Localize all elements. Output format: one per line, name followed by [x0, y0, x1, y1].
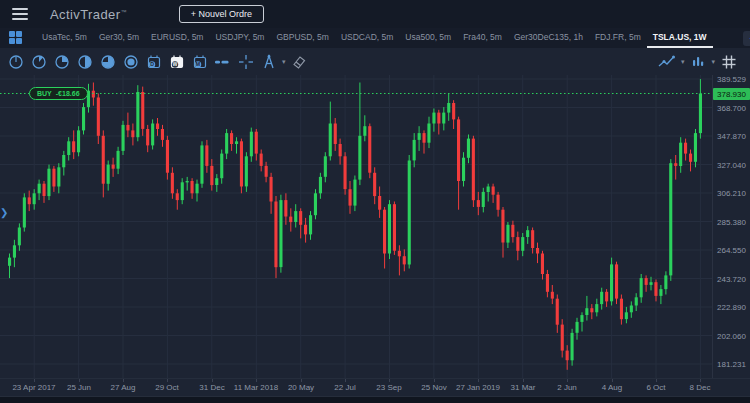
header: ActivTrader™ + Nouvel Ordre [0, 0, 750, 28]
crosshair-icon[interactable] [234, 51, 257, 73]
tf-day-calendar-icon[interactable]: D [142, 51, 165, 73]
price-axis-label: 181.231 [717, 360, 746, 369]
price-axis-label: 222.890 [717, 303, 746, 312]
buy-position-pnl: -€18.66 [56, 90, 80, 97]
activtrader-app: ActivTrader™ + Nouvel Ordre UsaTec, 5mGe… [0, 0, 750, 403]
candlestick-chart[interactable] [0, 75, 712, 378]
time-axis-tick [612, 379, 613, 382]
time-axis-tick [301, 379, 302, 382]
tab-usdjpy-5m[interactable]: USDJPY, 5m [209, 28, 270, 48]
time-axis-tick [123, 379, 124, 382]
time-axis-tick [567, 379, 568, 382]
time-axis[interactable]: 23 Apr 201725 Jun27 Aug29 Oct31 Dec11 Ma… [0, 378, 750, 396]
time-axis-tick [656, 379, 657, 382]
svg-text:D: D [150, 61, 154, 67]
app-title: ActivTrader [50, 7, 120, 22]
price-axis-label: 243.720 [717, 275, 746, 284]
price-axis-label: 285.380 [717, 218, 746, 227]
price-axis-label: 264.550 [717, 246, 746, 255]
tf-15min-icon[interactable] [50, 51, 73, 73]
price-axis-label: 202.060 [717, 332, 746, 341]
tf-30min-icon[interactable] [73, 51, 96, 73]
price-axis-label: 389.529 [717, 75, 746, 84]
window-layout-icon[interactable] [9, 31, 22, 45]
buy-position-label: BUY [37, 90, 52, 97]
tab-fdj-fr-5m[interactable]: FDJ.FR, 5m [589, 28, 647, 48]
tab-fra40-5m[interactable]: Fra40, 5m [457, 28, 508, 48]
tf-5min-icon[interactable] [27, 51, 50, 73]
tf-4hour-icon[interactable] [119, 51, 142, 73]
toolbar-right: ▾ ▾ [656, 51, 750, 73]
price-axis-label: 347.870 [717, 132, 746, 141]
tab-usdcad-5m[interactable]: USDCAD, 5m [335, 28, 399, 48]
buy-position-badge[interactable]: BUY -€18.66 [29, 87, 88, 100]
add-chart-button[interactable]: +Ajouter un Graphique [743, 31, 750, 46]
time-axis-label: 8 Dec [660, 383, 740, 392]
tab-usa500-5m[interactable]: Usa500, 5m [399, 28, 457, 48]
time-axis-tick [345, 379, 346, 382]
time-axis-tick [700, 379, 701, 382]
price-axis-label: 306.210 [717, 189, 746, 198]
chart-type-caret-icon[interactable]: ▾ [681, 58, 685, 66]
svg-text:M: M [195, 61, 199, 67]
time-axis-tick [167, 379, 168, 382]
time-axis-tick [478, 379, 479, 382]
bottom-strip [0, 396, 750, 403]
drawing-compass-icon[interactable] [257, 51, 280, 73]
chart-tabbar: UsaTec, 5mGer30, 5mEURUSD, 5mUSDJPY, 5mG… [0, 28, 750, 48]
time-axis-tick [212, 379, 213, 382]
menu-icon[interactable] [12, 8, 28, 20]
tf-month-calendar-icon[interactable]: M [188, 51, 211, 73]
tab-usatec-5m[interactable]: UsaTec, 5m [36, 28, 93, 48]
price-axis-label: 327.040 [717, 161, 746, 170]
current-price-badge: 378.930 [713, 88, 750, 100]
chart-toolbar: D W M ▾ ▾ ▾ [0, 48, 750, 75]
chart-tabs: UsaTec, 5mGer30, 5mEURUSD, 5mUSDJPY, 5mG… [36, 28, 727, 48]
drawing-tools-caret-icon[interactable]: ▾ [282, 58, 286, 66]
time-axis-tick [434, 379, 435, 382]
price-axis[interactable]: 389.529368.700347.870327.040306.210285.3… [712, 75, 750, 378]
tab-ger30-5m[interactable]: Ger30, 5m [93, 28, 145, 48]
tab-gbpusd-5m[interactable]: GBPUSD, 5m [270, 28, 334, 48]
new-order-button[interactable]: + Nouvel Ordre [179, 5, 264, 23]
time-axis-tick [523, 379, 524, 382]
tick-chart-icon[interactable] [211, 51, 234, 73]
tab-eurusd-5m[interactable]: EURUSD, 5m [145, 28, 209, 48]
eraser-icon[interactable] [288, 51, 311, 73]
app-logo: ActivTrader™ [50, 7, 127, 22]
chart-type-icon[interactable] [656, 51, 679, 73]
time-axis-tick [79, 379, 80, 382]
time-axis-tick [256, 379, 257, 382]
trademark: ™ [120, 8, 126, 14]
svg-text:W: W [172, 61, 177, 67]
price-axis-label: 368.700 [717, 104, 746, 113]
chart-panel: D W M ▾ ▾ ▾ 389.529368.700347.870327.040… [0, 48, 750, 403]
tab-tsla-us-1w[interactable]: TSLA.US, 1W [647, 28, 713, 48]
chart-area[interactable]: 389.529368.700347.870327.040306.210285.3… [0, 75, 750, 378]
expand-sidebar-chevron-icon[interactable]: ❯ [0, 207, 8, 218]
tf-week-calendar-icon[interactable]: W [165, 51, 188, 73]
tf-1min-icon[interactable] [4, 51, 27, 73]
tab-ger30dec135-1h[interactable]: Ger30DeC135, 1h [508, 28, 589, 48]
time-axis-tick [34, 379, 35, 382]
indicators-caret-icon[interactable]: ▾ [711, 58, 715, 66]
grid-layout-icon[interactable] [717, 51, 740, 73]
time-axis-tick [389, 379, 390, 382]
indicators-icon[interactable] [686, 51, 709, 73]
tf-1hour-icon[interactable] [96, 51, 119, 73]
